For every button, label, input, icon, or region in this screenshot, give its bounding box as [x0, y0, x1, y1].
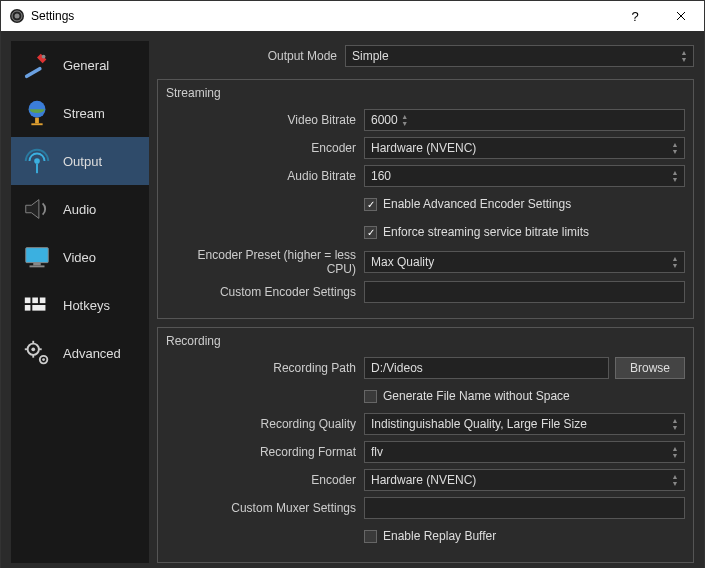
recording-path-label: Recording Path — [166, 361, 356, 375]
sidebar-item-audio[interactable]: Audio — [11, 185, 149, 233]
output-mode-row: Output Mode Simple ▲▼ — [157, 41, 694, 71]
output-mode-select[interactable]: Simple ▲▼ — [345, 45, 694, 67]
svg-rect-14 — [32, 298, 38, 304]
sidebar-item-label: General — [63, 58, 109, 73]
svg-rect-9 — [36, 164, 38, 173]
recording-path-input[interactable]: D:/Videos — [364, 357, 609, 379]
video-bitrate-input[interactable]: 6000 ▲▼ — [364, 109, 685, 131]
window-title: Settings — [31, 9, 612, 23]
content-panel: Output Mode Simple ▲▼ Streaming Video Bi… — [157, 41, 694, 563]
speaker-icon — [21, 193, 53, 225]
recording-legend: Recording — [166, 334, 685, 348]
browse-button[interactable]: Browse — [615, 357, 685, 379]
help-button[interactable]: ? — [612, 1, 658, 31]
audio-bitrate-select[interactable]: 160 ▲▼ — [364, 165, 685, 187]
encoder-preset-select[interactable]: Max Quality ▲▼ — [364, 251, 685, 273]
streaming-encoder-select[interactable]: Hardware (NVENC) ▲▼ — [364, 137, 685, 159]
muxer-label: Custom Muxer Settings — [166, 501, 356, 515]
streaming-encoder-label: Encoder — [166, 141, 356, 155]
sidebar-item-label: Hotkeys — [63, 298, 110, 313]
chevron-updown-icon: ▲▼ — [668, 138, 682, 158]
svg-rect-11 — [33, 263, 41, 266]
sidebar-item-advanced[interactable]: Advanced — [11, 329, 149, 377]
globe-icon — [21, 97, 53, 129]
chevron-updown-icon: ▲▼ — [668, 470, 682, 490]
sidebar-item-label: Output — [63, 154, 102, 169]
svg-rect-16 — [25, 305, 31, 311]
recording-encoder-label: Encoder — [166, 473, 356, 487]
chevron-updown-icon: ▲▼ — [668, 252, 682, 272]
enable-advanced-label: Enable Advanced Encoder Settings — [383, 197, 571, 211]
recording-format-select[interactable]: flv ▲▼ — [364, 441, 685, 463]
recording-quality-label: Recording Quality — [166, 417, 356, 431]
no-space-checkbox[interactable] — [364, 390, 377, 403]
svg-rect-7 — [31, 123, 42, 125]
custom-encoder-label: Custom Encoder Settings — [166, 285, 356, 299]
chevron-updown-icon: ▲▼ — [668, 414, 682, 434]
gears-icon — [21, 337, 53, 369]
svg-rect-12 — [30, 265, 45, 267]
enable-advanced-checkbox[interactable]: ✓ — [364, 198, 377, 211]
chevron-updown-icon: ▲▼ — [668, 442, 682, 462]
chevron-updown-icon: ▲▼ — [668, 166, 682, 186]
sidebar-item-general[interactable]: General — [11, 41, 149, 89]
keyboard-icon — [21, 289, 53, 321]
svg-point-4 — [42, 55, 46, 59]
sidebar-item-hotkeys[interactable]: Hotkeys — [11, 281, 149, 329]
sidebar-item-label: Stream — [63, 106, 105, 121]
video-bitrate-label: Video Bitrate — [166, 113, 356, 127]
svg-rect-13 — [25, 298, 31, 304]
sidebar-item-label: Advanced — [63, 346, 121, 361]
app-icon — [9, 8, 25, 24]
svg-rect-3 — [24, 66, 42, 79]
wrench-icon — [21, 49, 53, 81]
svg-rect-6 — [35, 118, 39, 124]
replay-buffer-label: Enable Replay Buffer — [383, 529, 496, 543]
replay-buffer-checkbox[interactable] — [364, 530, 377, 543]
monitor-icon — [21, 241, 53, 273]
svg-point-25 — [42, 358, 45, 361]
no-space-label: Generate File Name without Space — [383, 389, 570, 403]
sidebar-item-output[interactable]: Output — [11, 137, 149, 185]
recording-encoder-select[interactable]: Hardware (NVENC) ▲▼ — [364, 469, 685, 491]
svg-rect-15 — [40, 298, 46, 304]
sidebar-item-video[interactable]: Video — [11, 233, 149, 281]
svg-point-8 — [34, 158, 40, 164]
spinner-icon[interactable]: ▲▼ — [398, 110, 412, 130]
titlebar: Settings ? — [1, 1, 704, 31]
svg-rect-10 — [26, 248, 49, 263]
streaming-legend: Streaming — [166, 86, 685, 100]
settings-window: Settings ? General Stream — [0, 0, 705, 568]
broadcast-icon — [21, 145, 53, 177]
svg-point-19 — [31, 347, 35, 351]
output-mode-label: Output Mode — [157, 49, 337, 63]
sidebar-item-label: Video — [63, 250, 96, 265]
streaming-group: Streaming Video Bitrate 6000 ▲▼ Encoder — [157, 79, 694, 319]
body: General Stream Output Audio — [1, 31, 704, 568]
enforce-limits-checkbox[interactable]: ✓ — [364, 226, 377, 239]
svg-point-2 — [15, 14, 20, 19]
encoder-preset-label: Encoder Preset (higher = less CPU) — [166, 248, 356, 276]
recording-format-label: Recording Format — [166, 445, 356, 459]
sidebar: General Stream Output Audio — [11, 41, 149, 563]
enforce-limits-label: Enforce streaming service bitrate limits — [383, 225, 589, 239]
custom-encoder-input[interactable] — [364, 281, 685, 303]
sidebar-item-stream[interactable]: Stream — [11, 89, 149, 137]
chevron-updown-icon: ▲▼ — [677, 46, 691, 66]
audio-bitrate-label: Audio Bitrate — [166, 169, 356, 183]
sidebar-item-label: Audio — [63, 202, 96, 217]
muxer-input[interactable] — [364, 497, 685, 519]
recording-group: Recording Recording Path D:/Videos Brows… — [157, 327, 694, 563]
svg-rect-17 — [32, 305, 45, 311]
close-button[interactable] — [658, 1, 704, 31]
recording-quality-select[interactable]: Indistinguishable Quality, Large File Si… — [364, 413, 685, 435]
